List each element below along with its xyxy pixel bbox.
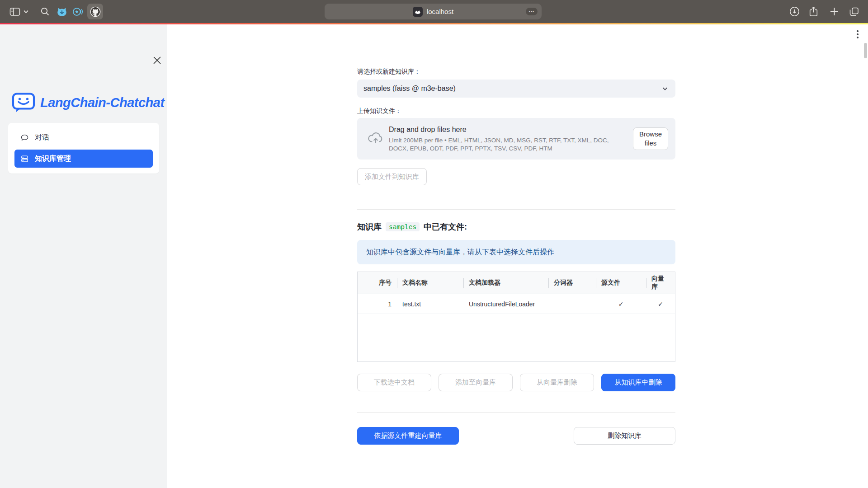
url-more-icon[interactable]: •••	[526, 8, 538, 15]
logo-chat-bubble-icon	[12, 92, 35, 113]
download-selected-button[interactable]: 下载选中文档	[357, 374, 431, 391]
app-logo: LangChain-Chatchat	[12, 92, 165, 113]
chevron-down-icon	[661, 84, 669, 93]
search-icon[interactable]	[39, 5, 51, 18]
site-favicon	[413, 7, 423, 17]
url-text: localhost	[427, 8, 453, 15]
sidebar-menu: 对话 知识库管理	[8, 123, 159, 174]
file-action-buttons: 下载选中文档 添加至向量库 从向量库删除 从知识库中删除	[357, 374, 675, 391]
cell-source-check: ✓	[596, 294, 646, 314]
chat-bubble-icon	[20, 133, 29, 142]
sidebar: LangChain-Chatchat 对话 知识库管理	[0, 24, 167, 488]
github-extension-icon[interactable]	[87, 4, 103, 19]
divider	[357, 412, 675, 413]
page: localhost ••• LangC	[0, 0, 868, 488]
table-row[interactable]: 1 test.txt UnstructuredFileLoader ✓ ✓	[358, 294, 675, 314]
files-heading: 知识库 samples 中已有文件:	[357, 221, 467, 232]
tabs-overview-icon[interactable]	[848, 5, 860, 18]
download-icon[interactable]	[788, 5, 801, 18]
sidebar-item-label: 对话	[35, 133, 49, 142]
knowledge-base-icon	[20, 155, 29, 163]
kb-name-code: samples	[386, 222, 420, 231]
table-header-no[interactable]: 序号	[358, 272, 397, 294]
table-header-source[interactable]: 源文件	[596, 272, 646, 294]
app-menu-kebab-icon[interactable]	[854, 29, 862, 40]
share-icon[interactable]	[807, 5, 820, 18]
sidebar-toggle-icon[interactable]	[9, 5, 21, 18]
files-heading-suffix: 中已有文件:	[424, 221, 467, 232]
sidebar-item-label: 知识库管理	[35, 154, 71, 164]
add-to-vectorstore-button[interactable]: 添加至向量库	[439, 374, 513, 391]
sidebar-item-dialogue[interactable]: 对话	[14, 128, 153, 146]
dropzone-title: Drag and drop files here	[389, 126, 628, 134]
browse-files-button[interactable]: Browse files	[633, 127, 668, 150]
table-header-row: 序号 文档名称 文档加载器 分词器 源文件 向量库	[358, 272, 675, 294]
chevron-down-icon[interactable]	[22, 5, 29, 18]
cell-vector-check: ✓	[646, 294, 675, 314]
scrollbar-thumb[interactable]	[864, 43, 867, 58]
browser-toolbar: localhost •••	[0, 0, 868, 23]
delete-kb-button[interactable]: 删除知识库	[574, 427, 675, 445]
info-message: 知识库中包含源文件与向量库，请从下表中选择文件后操作	[357, 240, 675, 264]
file-dropzone[interactable]: Drag and drop files here Limit 200MB per…	[357, 118, 675, 160]
cat-extension-icon[interactable]	[56, 5, 68, 18]
circles-extension-icon[interactable]	[71, 5, 84, 18]
delete-from-kb-button[interactable]: 从知识库中删除	[601, 374, 675, 391]
cell-no: 1	[358, 294, 397, 314]
cloud-upload-icon	[367, 131, 384, 144]
kb-select[interactable]: samples (faiss @ m3e-base)	[357, 80, 675, 98]
close-icon[interactable]	[152, 55, 162, 65]
cell-name: test.txt	[397, 294, 463, 314]
logo-text: LangChain-Chatchat	[40, 95, 165, 110]
table-header-splitter[interactable]: 分词器	[548, 272, 596, 294]
new-tab-icon[interactable]	[828, 5, 840, 18]
files-heading-prefix: 知识库	[357, 221, 382, 232]
cell-splitter	[548, 294, 596, 314]
table-header-name[interactable]: 文档名称	[397, 272, 463, 294]
add-files-to-kb-button[interactable]: 添加文件到知识库	[357, 168, 427, 185]
rebuild-vectorstore-button[interactable]: 依据源文件重建向量库	[357, 427, 459, 445]
delete-from-vectorstore-button[interactable]: 从向量库删除	[520, 374, 594, 391]
upload-label: 上传知识文件：	[357, 107, 401, 115]
table-header-loader[interactable]: 文档加载器	[463, 272, 548, 294]
sidebar-item-knowledge-base[interactable]: 知识库管理	[14, 150, 153, 168]
file-table: 序号 文档名称 文档加载器 分词器 源文件 向量库 1 test.txt Uns…	[357, 272, 675, 362]
dropzone-limit: Limit 200MB per file • EML, HTML, JSON, …	[389, 136, 628, 153]
select-kb-label: 请选择或新建知识库：	[357, 68, 420, 76]
dropzone-text: Drag and drop files here Limit 200MB per…	[389, 126, 628, 153]
cell-loader: UnstructuredFileLoader	[463, 294, 548, 314]
table-header-vector[interactable]: 向量库	[646, 272, 675, 294]
kb-select-value: samples (faiss @ m3e-base)	[363, 84, 661, 93]
divider	[357, 209, 675, 210]
url-bar[interactable]: localhost •••	[325, 4, 542, 19]
